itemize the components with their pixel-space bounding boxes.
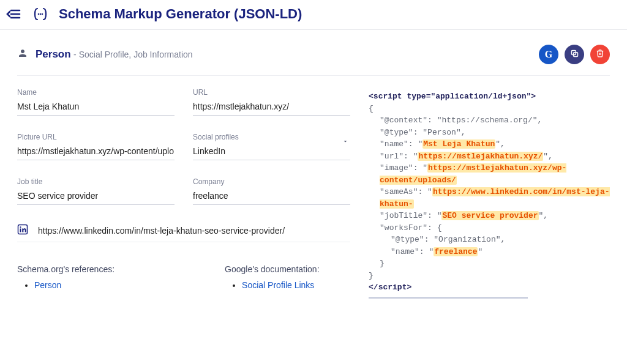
code-line: "@context": [380,116,432,125]
svg-point-3 [38,13,40,15]
copy-button[interactable] [565,45,584,64]
linkedin-icon [17,224,28,237]
code-hl: https://mstlejakhatun.xyz/ [418,152,543,161]
company-label: Company [193,177,350,186]
form-column: Name URL Picture URL Social profiles [17,88,350,299]
person-icon [17,48,28,61]
social-profiles-label: Social profiles [193,133,350,141]
code-script-open: <script type="application/ld+json"> [369,92,536,101]
test-google-button[interactable]: G [539,45,558,64]
section-header: Person - Social Profile, Job Information… [17,45,610,76]
google-g-icon: G [545,49,552,60]
copy-icon [570,49,579,61]
code-line: "name": [391,247,424,256]
code-line: "sameAs": [380,187,422,196]
delete-button[interactable] [590,45,610,64]
svg-point-5 [42,13,43,15]
job-title-input[interactable] [17,188,175,205]
code-val: "https://schema.org/", [437,116,543,125]
svg-point-10 [20,226,21,228]
job-title-label: Job title [17,177,175,186]
brand-logo-icon [32,7,49,21]
schema-refs-title: Schema.org's references: [17,264,115,274]
company-input[interactable] [193,188,350,205]
social-profiles-select[interactable] [193,144,350,160]
schema-type-title: Person [36,48,71,60]
code-line: "@type": [391,235,429,244]
code-val: "Organization", [434,235,505,244]
code-script-close: </script> [369,283,411,292]
schema-type-desc: - Social Profile, Job Information [73,50,193,59]
trash-icon [596,49,604,60]
code-line: "url": [380,152,408,161]
page-title: Schema Markup Generator (JSON-LD) [59,6,302,22]
code-line: "name": [380,139,413,149]
code-hl: Mst Leja Khatun [422,139,495,149]
url-label: URL [193,88,350,97]
code-line: "worksFor": [380,223,432,232]
code-line: "image": [380,163,418,173]
code-line: "@type": [380,128,418,137]
code-val: { [437,223,442,232]
picture-url-label: Picture URL [17,133,175,141]
picture-url-input[interactable] [17,144,175,160]
app-header: Schema Markup Generator (JSON-LD) [0,0,627,30]
schema-person-link[interactable]: Person [34,280,61,290]
code-brace: } [380,259,385,268]
code-hl: freelance [434,247,478,256]
social-url-input[interactable] [38,223,350,238]
code-underline [369,297,528,299]
code-preview: <script type="application/ld+json"> { "@… [369,88,610,299]
google-docs-title: Google's documentation: [225,264,319,274]
google-social-link[interactable]: Social Profile Links [242,280,314,290]
action-buttons: G [539,45,610,64]
name-label: Name [17,88,175,97]
code-brace: } [369,271,374,280]
code-line: "jobTitle": [380,211,432,220]
code-brace: { [369,104,374,113]
svg-point-4 [40,13,42,15]
name-input[interactable] [17,99,175,116]
code-hl: SEO service provider [441,211,538,220]
back-icon[interactable] [6,7,22,21]
svg-rect-9 [20,229,21,232]
code-val: "Person", [422,128,465,137]
url-input[interactable] [193,99,350,116]
